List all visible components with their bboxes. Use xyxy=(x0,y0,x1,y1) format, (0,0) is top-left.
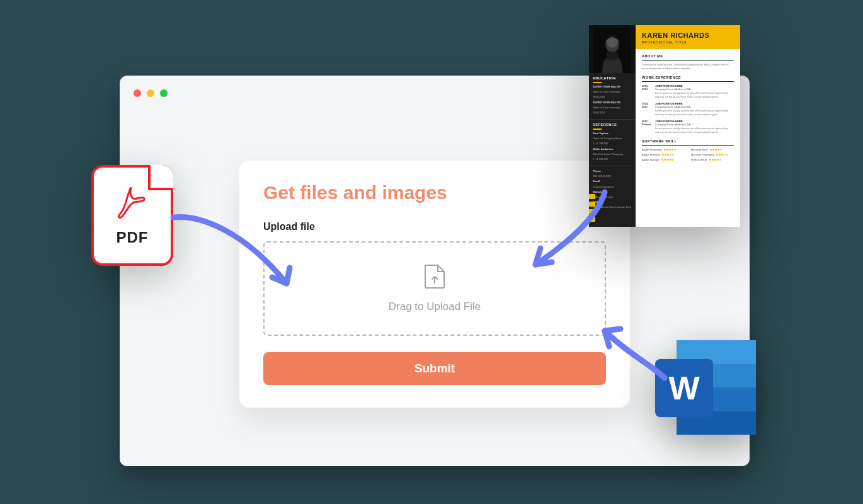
submit-button[interactable]: Submit xyxy=(263,352,606,385)
window-close-dot[interactable] xyxy=(134,89,141,97)
resume-header: KAREN RICHARDS PROFESSIONAL TITLE xyxy=(636,25,740,49)
resume-about: ABOUT ME Lorem ipsum dolor sit amet, con… xyxy=(642,54,734,71)
arrow-from-word xyxy=(589,309,677,391)
resume-work: WORK EXPERIENCE 2012-2014 JOB POSITION H… xyxy=(642,76,734,134)
arrow-from-pdf xyxy=(164,208,309,309)
window-controls xyxy=(134,89,168,97)
resume-reference: REFERENCE Sara Taylore Director / Compan… xyxy=(589,120,636,166)
upload-file-icon xyxy=(424,264,445,292)
resume-skills: SOFTWARE SKILL Adobe Photoshop Adobe Ill… xyxy=(642,139,734,163)
resume-main: KAREN RICHARDS PROFESSIONAL TITLE ABOUT … xyxy=(636,25,740,227)
drop-zone-text: Drag to Upload File xyxy=(389,301,481,313)
resume-photo xyxy=(589,25,636,73)
window-minimize-dot[interactable] xyxy=(147,89,154,97)
arrow-from-resume xyxy=(510,183,617,284)
window-maximize-dot[interactable] xyxy=(160,89,168,97)
resume-education: EDUCATION ENTER YOUR MAJOR Name of Your … xyxy=(589,73,636,120)
pdf-label: PDF xyxy=(117,229,149,246)
pdf-file-tile[interactable]: PDF xyxy=(91,165,173,266)
adobe-pdf-icon xyxy=(115,185,149,224)
